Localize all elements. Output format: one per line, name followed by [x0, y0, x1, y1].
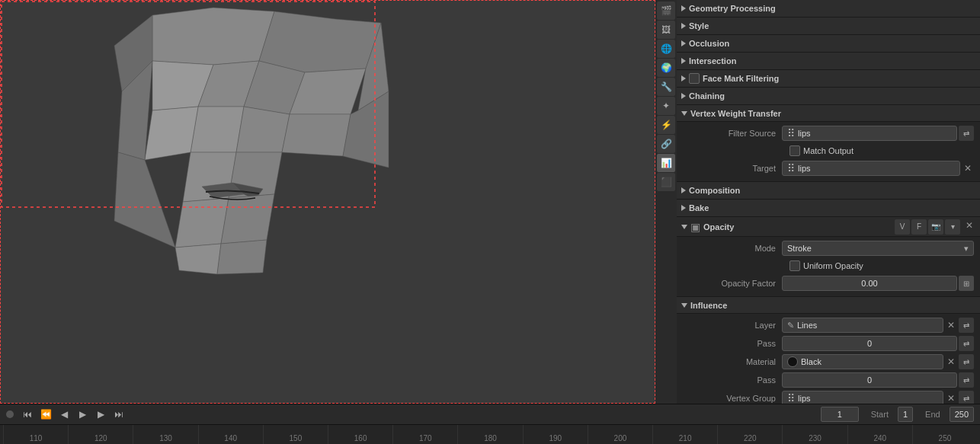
intersection-header[interactable]: Intersection — [677, 53, 980, 69]
ruler-mark-150: 150 — [263, 425, 328, 444]
occlusion-header[interactable]: Occlusion — [677, 35, 980, 52]
mode-dropdown[interactable]: Stroke ▾ — [782, 241, 974, 256]
filter-source-row: Filter Source ⠿ lips ⇄ — [683, 125, 974, 142]
opacity-factor-value-container: 0.00 ⊞ — [782, 276, 974, 291]
filter-source-text: lips — [798, 129, 811, 138]
timeline-controls: ⏮ ⏪ ◀ ▶ ▶ ⏭ 1 Start 1 End 250 — [0, 404, 980, 425]
intersection-arrow — [681, 58, 686, 64]
material-pass-value: 0 — [867, 375, 872, 385]
ruler-mark-120: 120 — [68, 425, 133, 444]
end-label: End — [925, 410, 940, 419]
viewport — [0, 0, 655, 404]
target-input[interactable]: ⠿ lips — [782, 161, 960, 176]
prev-keyframe-button[interactable]: ⏪ — [38, 407, 53, 422]
prev-frame-button[interactable]: ◀ — [56, 407, 72, 422]
face-mark-section: Face Mark Filtering — [677, 70, 980, 88]
world-icon[interactable]: 🌍 — [657, 59, 675, 77]
style-section: Style — [677, 18, 980, 35]
vertex-group-clear-button[interactable]: ✕ — [945, 392, 957, 404]
layer-pass-input[interactable]: 0 — [782, 336, 957, 351]
vertex-group-input[interactable]: ⠿ lips — [782, 391, 943, 404]
layer-clear-button[interactable]: ✕ — [945, 319, 957, 331]
material-clear-button[interactable]: ✕ — [945, 356, 957, 368]
constraints-icon[interactable]: 🔗 — [657, 135, 675, 153]
face-mark-checkbox[interactable] — [689, 73, 700, 84]
scene-icon[interactable]: 🌐 — [657, 40, 675, 58]
vertex-weight-header[interactable]: Vertex Weight Transfer — [677, 105, 980, 122]
physics-icon[interactable]: ⚡ — [657, 116, 675, 134]
play-button[interactable]: ▶ — [75, 407, 90, 422]
opacity-icon: ▣ — [690, 221, 700, 233]
layer-value-container: ✎ Lines ✕ ⇄ — [782, 318, 974, 333]
material-swap-button[interactable]: ⇄ — [959, 354, 974, 369]
vertex-weight-label: Vertex Weight Transfer — [690, 109, 781, 118]
material-pass-swap-button[interactable]: ⇄ — [959, 372, 974, 388]
render-icon[interactable]: 🎬 — [657, 2, 675, 20]
layer-pass-swap-button[interactable]: ⇄ — [959, 336, 974, 351]
opacity-camera-icon[interactable]: 📷 — [928, 219, 943, 235]
material-pass-input[interactable]: 0 — [782, 372, 957, 388]
timeline: ⏮ ⏪ ◀ ▶ ▶ ⏭ 1 Start 1 End 250 110 120 13… — [0, 404, 980, 444]
opacity-face-icon[interactable]: F — [911, 219, 927, 235]
filter-source-value-container: ⠿ lips ⇄ — [782, 126, 974, 141]
viewport-canvas[interactable] — [0, 0, 655, 404]
opacity-factor-value: 0.00 — [861, 279, 877, 288]
opacity-factor-input[interactable]: 0.00 — [782, 276, 957, 291]
layer-value: Lines — [797, 321, 817, 330]
filter-source-input[interactable]: ⠿ lips — [782, 126, 957, 141]
opacity-factor-label: Opacity Factor — [683, 279, 782, 288]
jump-end-button[interactable]: ⏭ — [111, 407, 127, 422]
current-frame-input[interactable]: 1 — [821, 407, 859, 422]
opacity-factor-swap-button[interactable]: ⊞ — [959, 276, 974, 291]
match-output-checkbox[interactable] — [789, 145, 800, 156]
opacity-dropdown-icon[interactable]: ▾ — [945, 219, 960, 235]
opacity-vertex-icon[interactable]: V — [895, 219, 910, 235]
geometry-processing-header[interactable]: Geometry Processing — [677, 0, 980, 17]
face-mark-header[interactable]: Face Mark Filtering — [677, 70, 980, 87]
data-icon[interactable]: 📊 — [657, 154, 675, 172]
end-frame-input[interactable]: 250 — [950, 407, 974, 422]
material-label: Material — [683, 357, 782, 366]
material-black-icon — [787, 356, 798, 367]
occlusion-label: Occlusion — [689, 39, 729, 48]
opacity-close-button[interactable]: ✕ — [963, 219, 975, 232]
vertex-group-icon: ⠿ — [787, 392, 795, 404]
opacity-header[interactable]: ▣ Opacity V F 📷 ▾ ✕ — [677, 217, 980, 237]
vd-icon[interactable]: ⬛ — [657, 173, 675, 191]
match-output-row: Match Output — [683, 143, 974, 158]
image-icon[interactable]: 🖼 — [657, 21, 675, 39]
target-label: Target — [683, 164, 782, 173]
layer-input[interactable]: ✎ Lines — [782, 318, 943, 333]
ruler-mark-250: 250 — [912, 425, 977, 444]
target-clear-button[interactable]: ✕ — [962, 162, 974, 174]
layer-pass-label: Pass — [683, 339, 782, 348]
particles-icon[interactable]: ✦ — [657, 97, 675, 115]
material-input[interactable]: Black — [782, 354, 943, 369]
intersection-section: Intersection — [677, 53, 980, 70]
uniform-opacity-checkbox[interactable] — [789, 260, 800, 271]
opacity-icon-row: V F 📷 ▾ ✕ — [895, 219, 975, 235]
material-row: Material Black ✕ ⇄ — [683, 353, 974, 370]
ruler-mark-180: 180 — [457, 425, 522, 444]
jump-start-button[interactable]: ⏮ — [20, 407, 35, 422]
next-frame-button[interactable]: ▶ — [93, 407, 108, 422]
vertex-weight-arrow — [681, 111, 687, 116]
composition-header[interactable]: Composition — [677, 182, 980, 199]
vertex-weight-section: Vertex Weight Transfer Filter Source ⠿ l… — [677, 105, 980, 182]
style-header[interactable]: Style — [677, 18, 980, 34]
bake-header[interactable]: Bake — [677, 200, 980, 216]
modifier-icon[interactable]: 🔧 — [657, 78, 675, 96]
face-mark-arrow — [681, 75, 686, 81]
influence-header[interactable]: Influence — [677, 297, 980, 314]
face-mark-label: Face Mark Filtering — [703, 74, 779, 83]
layer-swap-button[interactable]: ⇄ — [959, 318, 974, 333]
ruler-mark-210: 210 — [652, 425, 717, 444]
filter-source-swap-button[interactable]: ⇄ — [959, 126, 974, 141]
vertex-group-swap-button[interactable]: ⇄ — [959, 391, 974, 404]
chaining-header[interactable]: Chaining — [677, 88, 980, 104]
influence-section: Influence Layer ✎ Lines ✕ ⇄ — [677, 297, 980, 404]
composition-arrow — [681, 187, 686, 193]
chaining-label: Chaining — [689, 91, 725, 101]
start-frame-input[interactable]: 1 — [898, 407, 913, 422]
ruler-mark-190: 190 — [523, 425, 588, 444]
